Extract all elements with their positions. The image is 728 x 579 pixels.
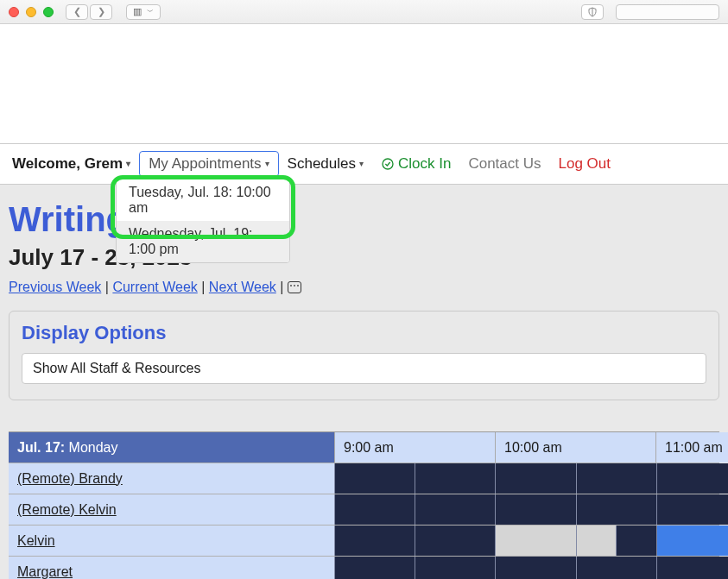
staff-resources-select[interactable]: Show All Staff & Resources — [22, 353, 706, 384]
time-slot[interactable] — [334, 557, 415, 579]
time-header-cell: 10:00 am — [495, 432, 655, 463]
time-slot[interactable] — [415, 526, 495, 556]
header-whitespace — [0, 24, 728, 143]
appointment-item[interactable]: Wednesday, Jul. 19: 1:00 pm — [117, 221, 289, 262]
schedule-grid: Jul. 17: Monday 9:00 am 10:00 am 11:00 a… — [9, 431, 719, 579]
staff-name-cell: (Remote) Kelvin — [9, 494, 334, 525]
my-appointments-dropdown: Tuesday, Jul. 18: 10:00 am Wednesday, Ju… — [116, 179, 290, 263]
time-slot[interactable] — [576, 526, 656, 556]
schedule-row: Kelvin — [9, 526, 719, 557]
staff-link[interactable]: Kelvin — [17, 533, 55, 549]
time-slot[interactable] — [415, 463, 495, 494]
time-slot[interactable] — [495, 494, 575, 525]
contact-us-link[interactable]: Contact Us — [459, 152, 549, 176]
chevron-down-icon: ﹀ — [147, 7, 154, 16]
nav-buttons: ❮ ❯ — [66, 4, 112, 20]
time-slot[interactable] — [656, 557, 728, 579]
close-window-icon[interactable] — [9, 7, 19, 17]
forward-button[interactable]: ❯ — [90, 4, 112, 20]
time-slot[interactable] — [656, 463, 728, 494]
display-options-panel: Display Options Show All Staff & Resourc… — [9, 311, 719, 400]
main-menubar: Welcome, Grem▾ My Appointments▾ Schedule… — [0, 144, 728, 184]
minimize-window-icon[interactable] — [26, 7, 36, 17]
contact-us-label: Contact Us — [468, 155, 541, 172]
schedule-row: (Remote) Brandy — [9, 463, 719, 494]
week-navigation: Previous Week | Current Week | Next Week… — [9, 280, 719, 295]
slots — [334, 494, 728, 525]
staff-link[interactable]: (Remote) Kelvin — [17, 502, 117, 518]
schedule-header-row: Jul. 17: Monday 9:00 am 10:00 am 11:00 a… — [9, 432, 719, 463]
welcome-label: Welcome, Grem — [12, 155, 123, 172]
time-slot[interactable] — [334, 494, 415, 525]
time-header-cell: 9:00 am — [334, 432, 495, 463]
my-appointments-menu[interactable]: My Appointments▾ — [139, 151, 278, 177]
staff-link[interactable]: Margaret — [17, 564, 73, 580]
address-field[interactable] — [616, 4, 719, 20]
time-slot[interactable] — [656, 494, 728, 525]
shield-icon — [587, 7, 598, 17]
time-slot[interactable] — [576, 494, 656, 525]
staff-name-cell: (Remote) Brandy — [9, 463, 334, 494]
time-slot[interactable] — [495, 463, 575, 494]
check-circle-icon — [381, 157, 395, 171]
welcome-menu[interactable]: Welcome, Grem▾ — [3, 152, 139, 176]
day-name: Monday — [69, 440, 118, 456]
previous-week-link[interactable]: Previous Week — [9, 280, 101, 294]
clock-in-label: Clock In — [398, 155, 451, 173]
sidebar-icon: ▥ — [133, 6, 142, 17]
time-slot[interactable] — [334, 463, 415, 494]
time-header-cell: 11:00 am — [655, 432, 728, 463]
back-button[interactable]: ❮ — [66, 4, 88, 20]
calendar-icon[interactable] — [288, 281, 301, 293]
slots — [334, 526, 728, 556]
chevron-down-icon: ▾ — [265, 159, 269, 168]
window-titlebar: ❮ ❯ ▥ ﹀ — [0, 0, 728, 24]
clock-in-button[interactable]: Clock In — [372, 152, 459, 176]
chevron-down-icon: ▾ — [126, 159, 130, 168]
chevron-down-icon: ▾ — [359, 159, 364, 168]
day-short: Jul. 17: — [17, 440, 65, 456]
next-week-link[interactable]: Next Week — [209, 280, 276, 294]
display-options-heading: Display Options — [22, 322, 706, 344]
traffic-lights — [9, 7, 54, 17]
time-slot[interactable] — [576, 463, 656, 494]
privacy-shield-button[interactable] — [581, 4, 604, 20]
appointment-item[interactable]: Tuesday, Jul. 18: 10:00 am — [117, 179, 289, 221]
staff-name-cell: Margaret — [9, 557, 334, 579]
slots — [334, 557, 728, 579]
time-slot[interactable] — [415, 494, 495, 525]
schedules-menu[interactable]: Schedules▾ — [279, 152, 372, 176]
slots — [334, 463, 728, 494]
schedule-row: Margaret — [9, 557, 719, 579]
sidebar-toggle-button[interactable]: ▥ ﹀ — [126, 4, 161, 20]
staff-name-cell: Kelvin — [9, 526, 334, 556]
time-slot[interactable] — [334, 526, 415, 556]
time-slot-half[interactable] — [616, 526, 656, 556]
time-slot[interactable] — [415, 557, 495, 579]
time-slot-half[interactable] — [577, 526, 617, 556]
time-slot[interactable] — [495, 557, 575, 579]
log-out-label: Log Out — [559, 155, 611, 172]
zoom-window-icon[interactable] — [43, 7, 54, 17]
time-slot[interactable] — [576, 557, 656, 579]
schedule-row: (Remote) Kelvin — [9, 494, 719, 526]
time-slot[interactable] — [656, 526, 728, 556]
day-header-cell: Jul. 17: Monday — [9, 432, 334, 463]
my-appointments-label: My Appointments — [149, 155, 261, 172]
schedules-label: Schedules — [288, 155, 356, 172]
staff-link[interactable]: (Remote) Brandy — [17, 471, 123, 487]
log-out-link[interactable]: Log Out — [550, 152, 620, 176]
current-week-link[interactable]: Current Week — [112, 280, 197, 294]
svg-point-0 — [383, 159, 393, 169]
time-slot[interactable] — [495, 526, 575, 556]
